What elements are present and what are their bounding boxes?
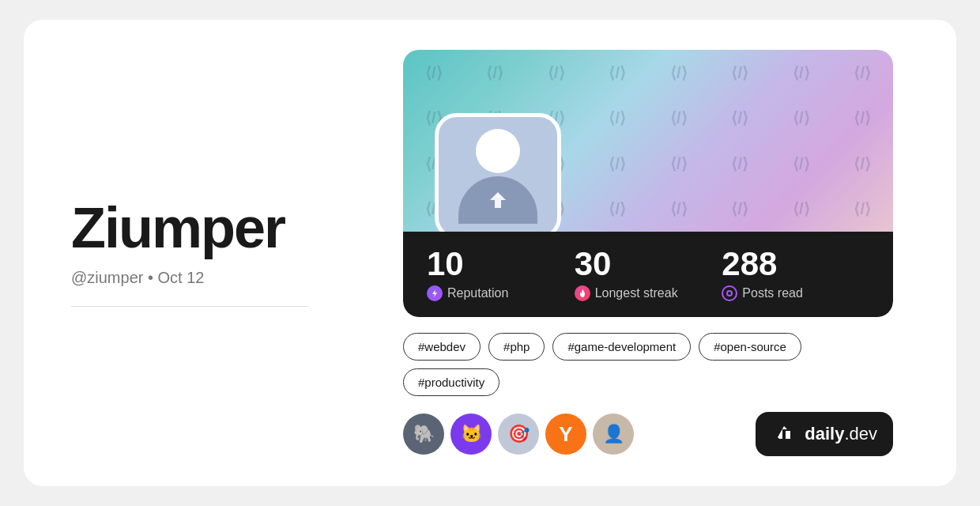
badge-avatars-list: 🐘 🐱 🎯 Y 👤 bbox=[403, 413, 634, 455]
posts-value: 288 bbox=[722, 247, 777, 281]
separator: • bbox=[148, 269, 158, 286]
pattern-cell: ⟨/⟩ bbox=[648, 141, 710, 187]
pattern-cell: ⟨/⟩ bbox=[648, 187, 710, 232]
pattern-cell: ⟨/⟩ bbox=[771, 50, 832, 96]
pattern-cell: ⟨/⟩ bbox=[771, 96, 832, 142]
pattern-cell: ⟨/⟩ bbox=[832, 50, 894, 96]
stat-streak: 30 Longest streak bbox=[575, 247, 722, 301]
pattern-cell: ⟨/⟩ bbox=[587, 187, 649, 232]
badge-icon-5: 👤 bbox=[603, 424, 624, 444]
pattern-cell: ⟨/⟩ bbox=[587, 141, 649, 187]
avatar-body bbox=[458, 176, 537, 224]
reputation-value: 10 bbox=[427, 247, 464, 281]
pattern-cell: ⟨/⟩ bbox=[710, 96, 771, 142]
pattern-cell: ⟨/⟩ bbox=[587, 96, 649, 142]
badge-avatar-5[interactable]: 👤 bbox=[593, 413, 634, 455]
tag-open-source[interactable]: #open-source bbox=[699, 333, 801, 361]
dailydev-suffix: .dev bbox=[844, 424, 877, 444]
bolt-icon bbox=[430, 289, 439, 298]
stats-bar: 10 Reputation 30 bbox=[403, 232, 893, 317]
posts-label: Posts read bbox=[742, 286, 802, 300]
badge-avatar-1[interactable]: 🐘 bbox=[403, 413, 444, 455]
left-section: Ziumper @ziumper • Oct 12 bbox=[71, 199, 403, 307]
streak-label-row: Longest streak bbox=[575, 285, 678, 301]
tags-section: #webdev #php #game-development #open-sou… bbox=[403, 333, 893, 396]
pattern-cell: ⟨/⟩ bbox=[587, 50, 649, 96]
divider bbox=[71, 306, 308, 307]
pattern-cell: ⟨/⟩ bbox=[771, 141, 832, 187]
avatar-container bbox=[435, 113, 561, 232]
handle-date: @ziumper • Oct 12 bbox=[71, 269, 371, 287]
badge-icon-2: 🐱 bbox=[461, 424, 482, 444]
dailydev-brand-icon bbox=[771, 421, 797, 447]
pattern-cell: ⟨/⟩ bbox=[465, 50, 526, 96]
pattern-cell: ⟨/⟩ bbox=[648, 96, 710, 142]
avatar bbox=[435, 113, 561, 232]
handle: @ziumper bbox=[71, 269, 143, 286]
dailydev-name: daily bbox=[805, 424, 844, 444]
pattern-cell: ⟨/⟩ bbox=[403, 50, 465, 96]
pattern-cell: ⟨/⟩ bbox=[648, 50, 710, 96]
svg-point-1 bbox=[727, 291, 732, 296]
streak-value: 30 bbox=[575, 247, 612, 281]
profile-info-card: ⟨/⟩ ⟨/⟩ ⟨/⟩ ⟨/⟩ ⟨/⟩ ⟨/⟩ ⟨/⟩ ⟨/⟩ ⟨/⟩ ⟨/⟩ … bbox=[403, 50, 893, 317]
pattern-cell: ⟨/⟩ bbox=[710, 187, 771, 232]
reputation-icon bbox=[427, 285, 443, 301]
badge-icon-4: Y bbox=[559, 422, 572, 447]
badges-row: 🐘 🐱 🎯 Y 👤 bbox=[403, 412, 893, 456]
badge-avatar-2[interactable]: 🐱 bbox=[450, 413, 492, 455]
profile-card: Ziumper @ziumper • Oct 12 ⟨/⟩ ⟨/⟩ ⟨/⟩ ⟨/… bbox=[24, 20, 956, 486]
avatar-logo-icon bbox=[484, 186, 512, 214]
posts-label-row: Posts read bbox=[722, 285, 802, 301]
tag-php[interactable]: #php bbox=[488, 333, 545, 361]
tag-game-development[interactable]: #game-development bbox=[552, 333, 691, 361]
pattern-cell: ⟨/⟩ bbox=[832, 141, 894, 187]
badge-avatar-4[interactable]: Y bbox=[545, 413, 586, 455]
pattern-cell: ⟨/⟩ bbox=[710, 50, 771, 96]
streak-label: Longest streak bbox=[595, 286, 678, 300]
dailydev-logo[interactable]: daily.dev bbox=[756, 412, 893, 456]
svg-marker-0 bbox=[432, 289, 437, 297]
tag-webdev[interactable]: #webdev bbox=[403, 333, 481, 361]
posts-icon bbox=[722, 285, 737, 301]
join-date: Oct 12 bbox=[158, 269, 205, 286]
username: Ziumper bbox=[71, 199, 371, 256]
right-section: ⟨/⟩ ⟨/⟩ ⟨/⟩ ⟨/⟩ ⟨/⟩ ⟨/⟩ ⟨/⟩ ⟨/⟩ ⟨/⟩ ⟨/⟩ … bbox=[403, 50, 909, 456]
dailydev-text: daily.dev bbox=[805, 424, 877, 444]
pattern-cell: ⟨/⟩ bbox=[771, 187, 832, 232]
badge-icon-1: 🐘 bbox=[413, 424, 435, 444]
reputation-label-row: Reputation bbox=[427, 285, 508, 301]
pattern-cell: ⟨/⟩ bbox=[832, 96, 894, 142]
streak-icon bbox=[575, 285, 590, 301]
pattern-cell: ⟨/⟩ bbox=[526, 50, 587, 96]
pattern-cell: ⟨/⟩ bbox=[832, 187, 894, 232]
badge-avatar-3[interactable]: 🎯 bbox=[498, 413, 539, 455]
tag-productivity[interactable]: #productivity bbox=[403, 368, 499, 396]
profile-banner: ⟨/⟩ ⟨/⟩ ⟨/⟩ ⟨/⟩ ⟨/⟩ ⟨/⟩ ⟨/⟩ ⟨/⟩ ⟨/⟩ ⟨/⟩ … bbox=[403, 50, 893, 232]
flame-icon bbox=[578, 289, 587, 298]
badge-icon-3: 🎯 bbox=[508, 424, 530, 444]
circle-icon bbox=[726, 289, 733, 297]
reputation-label: Reputation bbox=[447, 286, 508, 300]
pattern-cell: ⟨/⟩ bbox=[710, 141, 771, 187]
stat-posts: 288 Posts read bbox=[722, 247, 869, 301]
avatar-head bbox=[476, 129, 520, 173]
stat-reputation: 10 Reputation bbox=[427, 247, 575, 301]
